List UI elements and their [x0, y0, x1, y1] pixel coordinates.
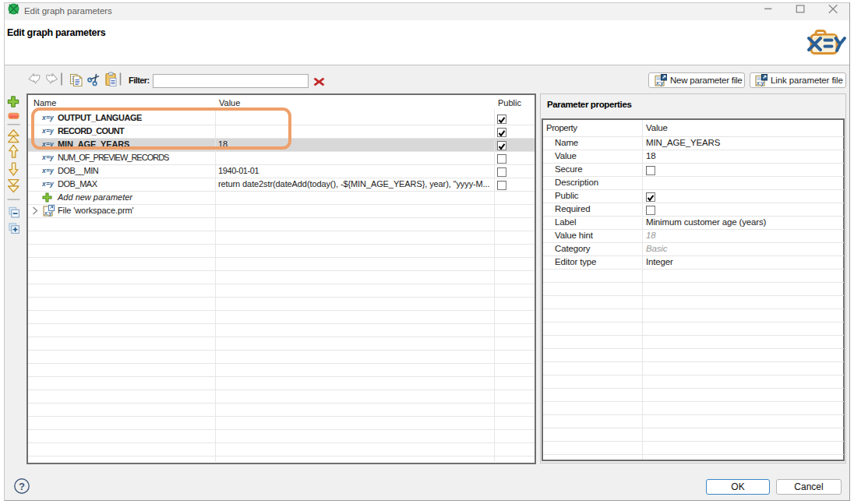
svg-text:?: ? [19, 481, 25, 492]
svg-text:x:y: x:y [756, 80, 764, 86]
svg-text:x:y: x:y [655, 80, 664, 86]
